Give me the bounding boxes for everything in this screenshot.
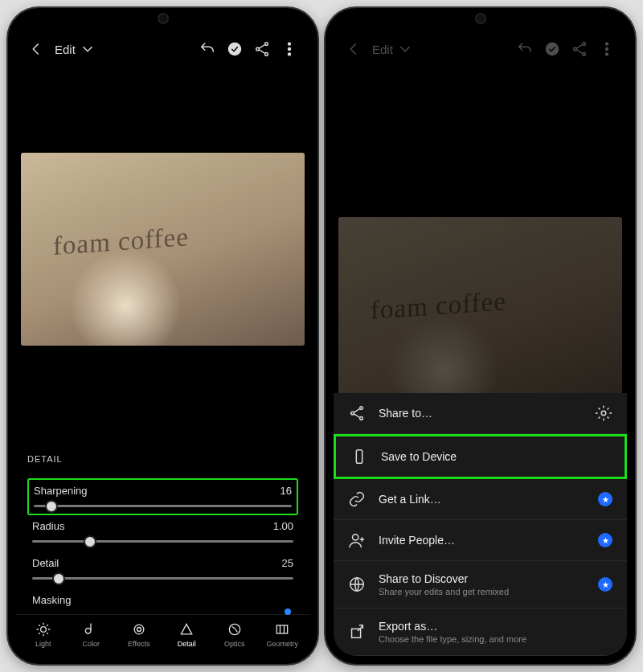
mode-dropdown[interactable]: Edit bbox=[55, 40, 96, 58]
screen-right: Edit foam coffee Light Color Effects Det… bbox=[334, 16, 627, 656]
svg-point-1 bbox=[265, 43, 268, 46]
detail-panel: DETAIL Sharpening 16 Radius 1.00 Detail … bbox=[16, 443, 309, 614]
confirm-icon[interactable] bbox=[543, 40, 561, 58]
svg-point-7 bbox=[40, 627, 46, 633]
svg-point-24 bbox=[360, 407, 363, 410]
slider-value: 25 bbox=[282, 557, 293, 569]
row-label: Get a Link… bbox=[379, 493, 441, 506]
row-label: Invite People… bbox=[379, 534, 455, 547]
svg-point-4 bbox=[289, 43, 291, 45]
overflow-icon[interactable] bbox=[598, 40, 616, 58]
svg-point-6 bbox=[289, 53, 291, 55]
svg-point-10 bbox=[229, 624, 240, 634]
chevron-down-icon bbox=[79, 40, 96, 58]
slider-sharpening[interactable]: Sharpening 16 bbox=[27, 478, 298, 515]
svg-point-17 bbox=[606, 48, 608, 51]
slider-track[interactable] bbox=[32, 577, 293, 580]
tab-color[interactable]: Color bbox=[68, 621, 116, 648]
slider-value: 16 bbox=[281, 485, 292, 497]
undo-icon[interactable] bbox=[199, 40, 216, 58]
slider-track[interactable] bbox=[32, 540, 293, 543]
svg-point-29 bbox=[353, 535, 358, 540]
star-badge: ★ bbox=[598, 577, 612, 592]
overflow-icon[interactable] bbox=[281, 40, 298, 58]
svg-point-25 bbox=[351, 412, 354, 415]
row-sublabel: Choose the file type, sizing, and more bbox=[379, 634, 526, 644]
svg-point-0 bbox=[228, 43, 242, 56]
svg-point-3 bbox=[265, 53, 268, 56]
slider-thumb[interactable] bbox=[45, 500, 58, 513]
export-as-row[interactable]: Export as…Choose the file type, sizing, … bbox=[334, 608, 627, 656]
bottom-tabs: Light Color Effects Detail Optics Geomet… bbox=[16, 614, 309, 656]
slider-thumb[interactable] bbox=[52, 572, 65, 585]
share-sheet: Share to… Save to Device Get a Link… ★ I… bbox=[334, 393, 627, 656]
save-to-device-row[interactable]: Save to Device bbox=[334, 434, 627, 479]
tab-detail[interactable]: Detail bbox=[163, 621, 211, 648]
svg-point-16 bbox=[606, 43, 608, 45]
phone-right: Edit foam coffee Light Color Effects Det… bbox=[326, 8, 635, 664]
gear-icon[interactable] bbox=[595, 404, 612, 422]
slider-label: Sharpening bbox=[34, 485, 88, 497]
row-label: Save to Device bbox=[381, 450, 457, 463]
svg-point-8 bbox=[134, 625, 144, 634]
slider-value: 1.00 bbox=[273, 520, 293, 532]
undo-icon[interactable] bbox=[516, 40, 534, 58]
chevron-down-icon bbox=[396, 40, 414, 58]
svg-point-27 bbox=[601, 411, 606, 416]
svg-point-5 bbox=[289, 48, 291, 51]
svg-point-12 bbox=[546, 43, 559, 56]
slider-radius[interactable]: Radius 1.00 bbox=[27, 515, 298, 552]
section-title: DETAIL bbox=[27, 454, 298, 464]
person-add-icon bbox=[348, 531, 366, 549]
tab-light[interactable]: Light bbox=[19, 621, 68, 648]
share-icon[interactable] bbox=[253, 40, 271, 58]
confirm-icon[interactable] bbox=[226, 40, 244, 58]
row-label: Share to… bbox=[379, 407, 432, 420]
svg-point-18 bbox=[606, 53, 608, 55]
star-badge: ★ bbox=[598, 492, 612, 506]
slider-label: Detail bbox=[32, 557, 59, 569]
slider-thumb[interactable] bbox=[84, 535, 96, 548]
slider-detail[interactable]: Detail 25 bbox=[27, 552, 298, 589]
share-to-row[interactable]: Share to… bbox=[334, 393, 627, 434]
svg-point-2 bbox=[256, 47, 260, 51]
share-discover-row[interactable]: Share to DiscoverShare your edits and ge… bbox=[334, 561, 627, 608]
back-icon[interactable] bbox=[345, 40, 362, 58]
invite-people-row[interactable]: Invite People… ★ bbox=[334, 520, 627, 561]
tab-geometry[interactable]: Geometry bbox=[259, 621, 307, 648]
star-badge: ★ bbox=[598, 533, 612, 547]
grid-icon bbox=[274, 621, 290, 637]
get-link-row[interactable]: Get a Link… ★ bbox=[334, 479, 627, 520]
slider-track[interactable] bbox=[34, 505, 292, 507]
photo-preview[interactable]: foam coffee bbox=[21, 153, 305, 346]
effects-icon bbox=[131, 621, 147, 637]
slider-masking[interactable]: Masking bbox=[27, 589, 298, 606]
row-label: Export as… bbox=[379, 620, 526, 633]
svg-rect-28 bbox=[356, 450, 362, 464]
tab-optics[interactable]: Optics bbox=[211, 621, 259, 648]
thermometer-icon bbox=[83, 621, 99, 637]
photo-preview: foam coffee bbox=[338, 217, 622, 410]
back-icon[interactable] bbox=[27, 40, 45, 58]
screen-left: Edit foam coffee DETAIL Sharpening 16 Ra… bbox=[16, 16, 309, 656]
link-icon bbox=[348, 490, 366, 508]
share-icon bbox=[348, 404, 366, 422]
device-icon bbox=[350, 448, 368, 465]
globe-icon bbox=[348, 576, 366, 593]
mode-dropdown[interactable]: Edit bbox=[372, 40, 414, 58]
share-icon[interactable] bbox=[571, 40, 588, 58]
svg-rect-11 bbox=[277, 625, 288, 633]
svg-point-9 bbox=[137, 628, 141, 632]
svg-point-26 bbox=[360, 417, 363, 420]
tab-effects[interactable]: Effects bbox=[115, 621, 163, 648]
camera-notch bbox=[475, 13, 486, 24]
camera-notch bbox=[158, 13, 169, 24]
canvas-area: foam coffee bbox=[16, 64, 309, 443]
export-icon bbox=[348, 623, 366, 641]
slider-label: Radius bbox=[32, 520, 64, 532]
phone-left: Edit foam coffee DETAIL Sharpening 16 Ra… bbox=[8, 8, 317, 664]
svg-point-15 bbox=[583, 53, 586, 56]
badge-dot bbox=[285, 608, 291, 615]
row-sublabel: Share your edits and get remixed bbox=[379, 587, 509, 596]
slider-label: Masking bbox=[32, 594, 71, 606]
